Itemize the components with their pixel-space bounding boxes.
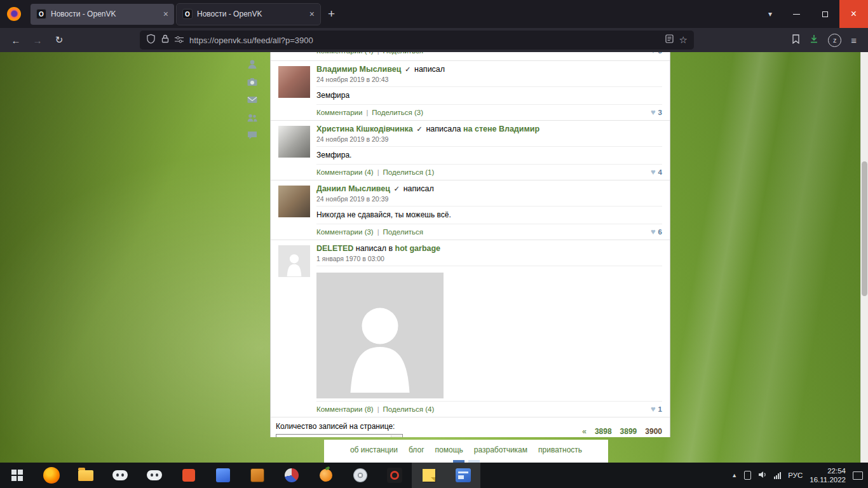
author-link[interactable]: Даниил Мысливец bbox=[316, 184, 390, 193]
permissions-icon[interactable] bbox=[175, 34, 184, 46]
browser-tab-1[interactable]: O Новости - OpenVK × bbox=[31, 4, 174, 25]
taskbar-blue-app[interactable] bbox=[446, 463, 480, 488]
footer-link-developers[interactable]: разработчикам bbox=[474, 445, 527, 454]
taskbar-recorder[interactable] bbox=[377, 463, 412, 488]
post-action-text: написал bbox=[403, 184, 434, 193]
taskbar-sticky-notes[interactable] bbox=[412, 463, 446, 488]
lock-icon[interactable] bbox=[161, 34, 169, 46]
author-link[interactable]: Христина Кішкодівчинка bbox=[316, 125, 413, 133]
tray-expand-icon[interactable]: ▲ bbox=[731, 472, 737, 478]
comments-link[interactable]: Комментарии (4) bbox=[316, 168, 374, 176]
clock-time: 22:54 bbox=[810, 466, 846, 475]
share-link[interactable]: Поделиться bbox=[383, 52, 424, 55]
reader-mode-icon[interactable] bbox=[665, 34, 674, 46]
friends-icon[interactable] bbox=[247, 112, 258, 123]
menu-icon[interactable]: ≡ bbox=[851, 35, 857, 46]
author-link[interactable]: DELETED bbox=[316, 244, 353, 253]
volume-icon[interactable] bbox=[758, 470, 767, 481]
verified-icon: ✓ bbox=[394, 185, 400, 193]
page-prev-link[interactable]: « bbox=[582, 427, 587, 436]
firefox-menu-button[interactable] bbox=[0, 7, 28, 21]
back-button[interactable]: ← bbox=[6, 30, 25, 50]
post-header: Даниил Мысливец ✓ написал 24 ноября 2019… bbox=[316, 183, 662, 207]
comments-link[interactable]: Комментарии (4) bbox=[316, 52, 374, 55]
taskbar-virtualbox[interactable] bbox=[206, 463, 240, 488]
tab-close-icon[interactable]: × bbox=[163, 10, 168, 18]
comments-link[interactable]: Комментарии (3) bbox=[316, 228, 374, 236]
pocket-icon[interactable] bbox=[792, 34, 800, 46]
folder-icon bbox=[78, 470, 93, 481]
taskbar-explorer[interactable] bbox=[69, 463, 103, 488]
author-link[interactable]: Владимир Мысливец bbox=[316, 65, 401, 74]
avatar[interactable] bbox=[278, 186, 310, 217]
comments-link[interactable]: Комментарии bbox=[316, 109, 362, 116]
taskbar-discord-2[interactable] bbox=[137, 463, 172, 488]
like-button[interactable]: ♥ 3 bbox=[651, 52, 662, 55]
scrollbar-thumb[interactable] bbox=[862, 161, 867, 296]
taskbar-cd-app[interactable] bbox=[343, 463, 377, 488]
comments-link[interactable]: Комментарии (8) bbox=[316, 405, 374, 413]
page-scrollbar[interactable] bbox=[860, 52, 868, 463]
default-avatar-silhouette bbox=[281, 249, 308, 277]
network-icon[interactable] bbox=[774, 472, 781, 479]
taskbar-fruit-app[interactable] bbox=[309, 463, 343, 488]
downloads-icon[interactable] bbox=[810, 34, 818, 46]
avatar-placeholder[interactable] bbox=[278, 245, 310, 277]
photos-camera-icon[interactable] bbox=[247, 76, 258, 88]
avatar[interactable] bbox=[278, 66, 310, 98]
like-button[interactable]: ♥ 3 bbox=[651, 108, 662, 116]
share-link[interactable]: Поделиться bbox=[383, 228, 424, 236]
taskbar-dosbox[interactable] bbox=[240, 463, 275, 488]
language-indicator[interactable]: РУС bbox=[788, 471, 803, 479]
blue-app-icon bbox=[456, 468, 471, 482]
feed-column: Комментарии (4) | Поделиться ♥ 3 Владими… bbox=[270, 52, 670, 437]
share-link[interactable]: Поделиться (1) bbox=[383, 168, 435, 176]
taskbar-orange-app[interactable] bbox=[172, 463, 206, 488]
share-link[interactable]: Поделиться (4) bbox=[383, 405, 435, 413]
start-button[interactable] bbox=[0, 463, 34, 488]
like-button[interactable]: ♥ 1 bbox=[651, 405, 662, 413]
minimize-button[interactable] bbox=[782, 0, 811, 28]
close-button[interactable]: × bbox=[839, 0, 868, 28]
footer-link-blog[interactable]: блог bbox=[409, 445, 424, 454]
like-button[interactable]: ♥ 6 bbox=[651, 227, 662, 236]
notification-center-icon[interactable] bbox=[853, 471, 863, 480]
device-icon[interactable] bbox=[744, 471, 751, 480]
clock-date: 16.11.2022 bbox=[810, 475, 846, 484]
default-image-silhouette bbox=[332, 292, 428, 398]
footer-link-privacy[interactable]: приватность bbox=[538, 445, 582, 454]
feed-post: Христина Кішкодівчинка ✓ написала на сте… bbox=[271, 120, 670, 180]
reload-button[interactable]: ↻ bbox=[50, 30, 69, 50]
verified-icon: ✓ bbox=[416, 125, 423, 133]
avatar[interactable] bbox=[278, 126, 310, 158]
share-link[interactable]: Поделиться (3) bbox=[372, 109, 423, 116]
like-button[interactable]: ♥ 4 bbox=[651, 168, 662, 176]
maximize-button[interactable] bbox=[811, 0, 839, 28]
taskbar-discord[interactable] bbox=[103, 463, 137, 488]
taskbar-firefox[interactable] bbox=[34, 463, 69, 488]
wall-link[interactable]: на стене Владимир bbox=[463, 125, 539, 133]
bookmark-star-icon[interactable]: ☆ bbox=[679, 34, 688, 46]
heart-icon: ♥ bbox=[651, 52, 656, 55]
page-link[interactable]: 3899 bbox=[620, 427, 637, 436]
separator: | bbox=[377, 228, 379, 236]
post-image[interactable] bbox=[316, 273, 444, 398]
forward-button[interactable]: → bbox=[28, 30, 47, 50]
browser-tab-2[interactable]: O Новости - OpenVK × bbox=[177, 4, 320, 25]
taskbar-round-app[interactable] bbox=[275, 463, 309, 488]
url-bar[interactable]: https://openvk.su/feed/all?p=3900 ☆ bbox=[140, 30, 694, 50]
tab-close-icon[interactable]: × bbox=[309, 10, 315, 18]
footer-link-help[interactable]: помощь bbox=[435, 445, 463, 454]
clock[interactable]: 22:54 16.11.2022 bbox=[810, 466, 846, 484]
list-tabs-chevron-icon[interactable]: ▾ bbox=[768, 10, 772, 18]
new-tab-button[interactable]: + bbox=[328, 7, 335, 21]
club-link[interactable]: hot garbage bbox=[395, 244, 441, 253]
tracking-shield-icon[interactable] bbox=[146, 34, 156, 46]
footer-link-instance[interactable]: об инстанции bbox=[350, 445, 398, 454]
page-link[interactable]: 3898 bbox=[595, 427, 612, 436]
comments-bubble-icon[interactable] bbox=[247, 130, 258, 141]
account-button[interactable]: z bbox=[828, 34, 841, 47]
profile-icon[interactable] bbox=[247, 58, 258, 70]
messages-envelope-icon[interactable] bbox=[247, 94, 258, 105]
per-page-select[interactable]: 10 ▾ bbox=[276, 434, 403, 437]
